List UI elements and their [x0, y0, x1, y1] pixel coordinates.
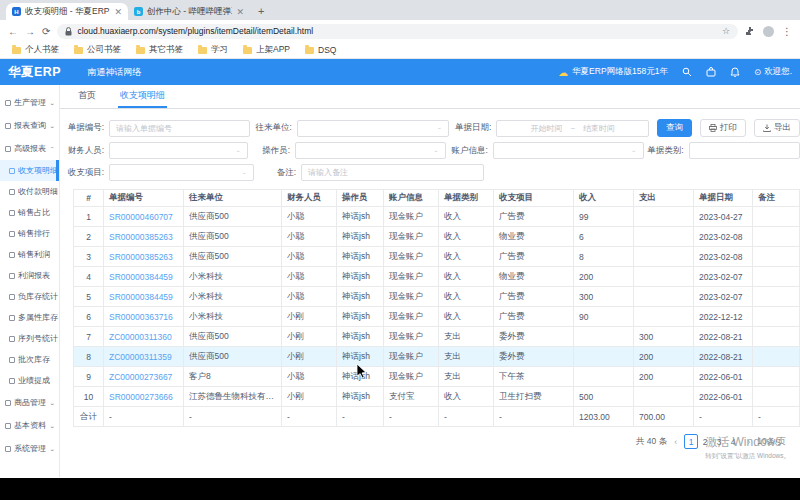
- bill-no-link[interactable]: SR00000385263: [104, 227, 184, 247]
- finance-select[interactable]: ⌄: [109, 142, 248, 159]
- bill-no-link[interactable]: SR00000460707: [104, 207, 184, 227]
- print-button[interactable]: 打印: [700, 119, 746, 137]
- sidebar-item-系统管理[interactable]: 系统管理⌄: [0, 437, 59, 460]
- bookmark-item[interactable]: 学习: [198, 44, 228, 56]
- sidebar-item-销售利润[interactable]: 销售利润: [0, 244, 59, 265]
- cell: 江苏德鲁生物科技有限公司: [184, 387, 282, 407]
- profile-avatar[interactable]: [763, 26, 774, 37]
- report-query-icon: [5, 123, 11, 129]
- table-row[interactable]: 2SR00000385263供应商500小聪神话jsh现金账户收入物业费6202…: [74, 227, 800, 247]
- bill-no-link[interactable]: SR00000384459: [104, 267, 184, 287]
- cell: 现金账户: [384, 367, 439, 387]
- page-size-select[interactable]: 10条/页: [757, 436, 786, 448]
- bookmark-star-icon[interactable]: ☆: [722, 26, 730, 36]
- table-row[interactable]: 10SR00000273666江苏德鲁生物科技有限公司小刚神话jsh支付宝收入卫…: [74, 387, 800, 407]
- search-button[interactable]: 查询: [657, 119, 692, 137]
- extensions-puzzle-icon[interactable]: [745, 26, 755, 36]
- bookmark-item[interactable]: 个人书签: [12, 44, 59, 56]
- sidebar-item-批次库存[interactable]: 批次库存: [0, 349, 59, 370]
- sidebar-item-报表查询[interactable]: 报表查询⌄: [0, 114, 59, 137]
- bill-no-link[interactable]: ZC00000311359: [104, 347, 184, 367]
- sidebar-item-序列号统计[interactable]: 序列号统计: [0, 328, 59, 349]
- sidebar-item-业绩提成[interactable]: 业绩提成: [0, 370, 59, 391]
- browser-tab-erp[interactable]: H 收支项明细 - 华夏ERP ✕: [6, 3, 128, 20]
- cell: 广告费: [494, 207, 574, 227]
- url-field[interactable]: cloud.huaxiaerp.com/system/plugins/itemD…: [57, 24, 738, 39]
- remark-input[interactable]: 请输入备注: [301, 164, 484, 181]
- table-row[interactable]: 1SR00000460707供应商500小聪神话jsh现金账户收入广告费9920…: [74, 207, 800, 227]
- page-button-1[interactable]: 1: [684, 434, 698, 449]
- sidebar-item-基本资料[interactable]: 基本资料⌄: [0, 414, 59, 437]
- bill-no-link[interactable]: ZC00000311360: [104, 327, 184, 347]
- sidebar-item-销售排行[interactable]: 销售排行: [0, 223, 59, 244]
- date-range-input[interactable]: 开始时间 ~ 结束时间: [496, 120, 649, 137]
- item-select[interactable]: ⌄: [109, 164, 254, 181]
- partner-select[interactable]: ⌄: [297, 120, 450, 137]
- cell: [753, 387, 800, 407]
- table-row[interactable]: 7ZC00000311360供应商500小刚神话jsh现金账户支出委外费3002…: [74, 327, 800, 347]
- forward-icon[interactable]: →: [25, 26, 35, 37]
- cell: 小米科技: [184, 287, 282, 307]
- bill-type-input[interactable]: [689, 142, 800, 159]
- operator-select[interactable]: ⌄: [295, 142, 446, 159]
- bookmark-item[interactable]: DSQ: [305, 45, 336, 55]
- cell: 下午茶: [494, 367, 574, 387]
- sidebar-item-负库存统计[interactable]: 负库存统计: [0, 286, 59, 307]
- sidebar-item-收付款明细[interactable]: 收付款明细: [0, 181, 59, 202]
- sidebar-item-收支项明细[interactable]: 收支项明细: [0, 160, 59, 181]
- app-store-icon[interactable]: [706, 67, 716, 77]
- back-icon[interactable]: ←: [8, 26, 18, 37]
- cell: 小刚: [282, 387, 337, 407]
- prev-page-icon[interactable]: ‹: [674, 437, 677, 447]
- table-row[interactable]: 9ZC00000273667客户8小聪神话jsh现金账户支出下午茶2002022…: [74, 367, 800, 387]
- bill-no-link[interactable]: ZC00000273667: [104, 367, 184, 387]
- bill-no-input[interactable]: 请输入单据编号: [109, 120, 250, 137]
- column-header: 单据日期: [694, 190, 753, 207]
- export-button[interactable]: 导出: [754, 119, 800, 137]
- browser-tab-bilibili[interactable]: b 创作中心 - 哔哩哔哩弹幕视频网 ✕: [128, 3, 250, 20]
- bill-no-link[interactable]: SR00000384459: [104, 287, 184, 307]
- notification-bell-icon[interactable]: [730, 67, 740, 77]
- total-row[interactable]: 合计-------1203.00700.00--: [74, 407, 800, 427]
- page-button-3[interactable]: 3: [712, 434, 726, 449]
- app-logo[interactable]: 华夏ERP: [8, 64, 61, 81]
- cell: 收入: [439, 307, 494, 327]
- refresh-icon[interactable]: ⟳: [42, 26, 50, 37]
- table-row[interactable]: 6SR00000363716小米科技小刚神话jsh现金账户收入广告费902022…: [74, 307, 800, 327]
- bookmark-item[interactable]: 公司书签: [74, 44, 121, 56]
- table-row[interactable]: 8ZC00000311359供应商500小刚神话jsh现金账户支出委外费2002…: [74, 347, 800, 367]
- new-tab-button[interactable]: +: [258, 5, 264, 17]
- promo-badge[interactable]: ☁ 华夏ERP网络版158元1年: [558, 66, 668, 78]
- search-icon[interactable]: [682, 67, 692, 77]
- sidebar-item-高级报表[interactable]: 高级报表⌃: [0, 137, 59, 160]
- user-welcome[interactable]: ⊙ 欢迎您.: [754, 66, 792, 78]
- cell: 物业费: [494, 267, 574, 287]
- next-page-icon[interactable]: ›: [747, 437, 750, 447]
- doc-icon: [9, 294, 15, 300]
- sidebar-item-生产管理[interactable]: 生产管理⌄: [0, 91, 59, 114]
- bookmark-item[interactable]: 其它书签: [136, 44, 183, 56]
- page-button-2[interactable]: 2: [698, 434, 712, 449]
- cell: 收入: [439, 227, 494, 247]
- bill-no-link[interactable]: SR00000273666: [104, 387, 184, 407]
- page-button-4[interactable]: 4: [726, 434, 740, 449]
- account-select[interactable]: ⌄: [493, 142, 644, 159]
- close-tab-icon[interactable]: ✕: [236, 7, 244, 17]
- bookmark-item[interactable]: 上架APP: [243, 44, 290, 56]
- table-row[interactable]: 5SR00000384459小米科技小聪神话jsh现金账户收入广告费300202…: [74, 287, 800, 307]
- sidebar-item-商品管理[interactable]: 商品管理⌄: [0, 391, 59, 414]
- sidebar-item-多属性库存[interactable]: 多属性库存: [0, 307, 59, 328]
- sidebar-item-销售占比[interactable]: 销售占比: [0, 202, 59, 223]
- table-row[interactable]: 3SR00000385263供应商500小聪神话jsh现金账户收入广告费8202…: [74, 247, 800, 267]
- tab-item-detail[interactable]: 收支项明细: [118, 85, 167, 108]
- bill-no-link[interactable]: SR00000363716: [104, 307, 184, 327]
- table-row[interactable]: 4SR00000384459小米科技小聪神话jsh现金账户收入物业费200202…: [74, 267, 800, 287]
- download-icon: [763, 124, 771, 132]
- close-tab-icon[interactable]: ✕: [114, 7, 122, 17]
- sidebar-item-利润报表[interactable]: 利润报表: [0, 265, 59, 286]
- cell: 6: [74, 307, 104, 327]
- bill-no-link[interactable]: SR00000385263: [104, 247, 184, 267]
- browser-menu-icon[interactable]: ⋮: [782, 26, 792, 37]
- tab-home[interactable]: 首页: [76, 85, 98, 108]
- doc-icon: [9, 336, 15, 342]
